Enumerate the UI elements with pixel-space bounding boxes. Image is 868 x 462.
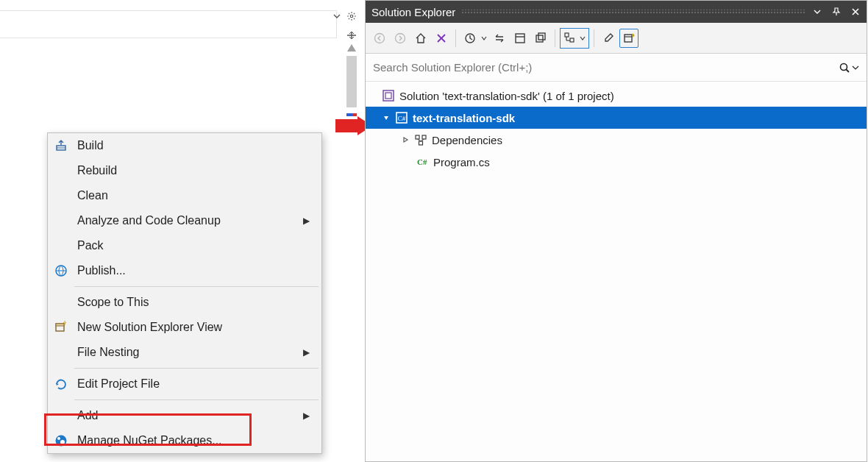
- submenu-arrow-icon: ▶: [303, 216, 310, 226]
- change-marker: [346, 113, 357, 116]
- menu-build[interactable]: Build: [48, 133, 321, 158]
- svg-point-24: [841, 63, 847, 70]
- home-button[interactable]: [411, 29, 430, 48]
- svg-point-12: [396, 33, 405, 43]
- menu-new-solution-explorer-view[interactable]: New Solution Explorer View: [48, 315, 321, 340]
- svg-rect-27: [385, 93, 391, 99]
- editor-dropdown-bar[interactable]: [0, 10, 337, 38]
- menu-add[interactable]: Add ▶: [48, 403, 321, 428]
- chevron-down-icon[interactable]: [578, 31, 587, 46]
- menu-clean[interactable]: Clean: [48, 183, 321, 208]
- svg-point-10: [60, 440, 65, 444]
- menu-label: Scope to This: [77, 296, 310, 309]
- properties-button[interactable]: [599, 29, 618, 48]
- menu-label: Build: [77, 139, 310, 152]
- svg-point-0: [350, 15, 353, 18]
- submenu-arrow-icon: ▶: [303, 411, 310, 421]
- pin-icon[interactable]: [831, 7, 842, 17]
- svg-rect-30: [416, 135, 419, 139]
- svg-rect-26: [383, 90, 394, 101]
- menu-label: Manage NuGet Packages...: [77, 434, 310, 447]
- menu-scope-to-this[interactable]: Scope to This: [48, 290, 321, 315]
- dependencies-icon: [414, 133, 427, 146]
- file-node-program-cs[interactable]: C# Program.cs: [366, 151, 867, 173]
- preview-selected-button[interactable]: [619, 29, 638, 48]
- solution-explorer-panel: Solution Explorer: [365, 0, 867, 462]
- show-all-files-button[interactable]: [562, 31, 578, 46]
- svg-text:C#: C#: [417, 157, 427, 166]
- menu-label: Rebuild: [77, 164, 310, 177]
- svg-rect-22: [625, 35, 632, 42]
- menu-rebuild[interactable]: Rebuild: [48, 158, 321, 183]
- menu-separator: [74, 286, 319, 287]
- svg-text:C#: C#: [398, 115, 406, 122]
- menu-label: Add: [77, 409, 303, 422]
- project-context-menu: Build Rebuild Clean Analyze and Code Cle…: [47, 132, 322, 454]
- menu-label: Pack: [77, 239, 310, 252]
- toolbar-separator: [455, 29, 456, 47]
- svg-rect-19: [570, 38, 574, 42]
- globe-icon: [54, 263, 68, 278]
- chevron-down-icon[interactable]: [480, 29, 488, 48]
- svg-rect-14: [516, 34, 524, 43]
- menu-label: Clean: [77, 189, 310, 202]
- menu-file-nesting[interactable]: File Nesting ▶: [48, 340, 321, 365]
- toolbar-separator: [594, 29, 594, 47]
- dependencies-node[interactable]: Dependencies: [366, 129, 867, 151]
- pending-changes-filter-button[interactable]: [460, 29, 480, 48]
- menu-analyze-cleanup[interactable]: Analyze and Code Cleanup ▶: [48, 208, 321, 233]
- chevron-down-icon[interactable]: [331, 10, 343, 22]
- nav-forward-button[interactable]: [391, 29, 410, 48]
- svg-rect-17: [538, 33, 545, 40]
- dropdown-icon[interactable]: [812, 7, 822, 17]
- editor-side-toolbar: [346, 29, 357, 116]
- solution-label: Solution 'text-translation-sdk' (1 of 1 …: [399, 90, 614, 102]
- expand-triangle-icon[interactable]: [401, 136, 410, 143]
- menu-publish[interactable]: Publish...: [48, 258, 321, 283]
- collapse-all-button[interactable]: [531, 29, 550, 48]
- search-input[interactable]: [373, 61, 839, 74]
- solution-explorer-titlebar[interactable]: Solution Explorer: [366, 1, 867, 23]
- menu-label: Publish...: [77, 264, 310, 277]
- scroll-up-icon[interactable]: [347, 44, 356, 51]
- collapse-triangle-icon[interactable]: [382, 114, 391, 121]
- menu-separator: [74, 399, 319, 400]
- chevron-down-icon[interactable]: [852, 64, 859, 71]
- panel-title: Solution Explorer: [371, 6, 455, 18]
- csharp-project-icon: C#: [395, 111, 408, 124]
- scrollbar-thumb[interactable]: [346, 56, 357, 107]
- project-node[interactable]: C# text-translation-sdk: [366, 107, 867, 129]
- switch-views-button[interactable]: [432, 29, 451, 48]
- solution-explorer-search[interactable]: [366, 54, 867, 82]
- solution-tree: Solution 'text-translation-sdk' (1 of 1 …: [366, 82, 867, 461]
- search-icon[interactable]: [839, 62, 850, 74]
- nuget-icon: [54, 433, 68, 448]
- nav-back-button[interactable]: [370, 29, 389, 48]
- solution-node[interactable]: Solution 'text-translation-sdk' (1 of 1 …: [366, 85, 867, 107]
- gear-icon[interactable]: [346, 10, 357, 22]
- menu-manage-nuget-packages[interactable]: Manage NuGet Packages...: [48, 428, 321, 453]
- edit-project-icon: [54, 377, 68, 391]
- solution-icon: [382, 89, 395, 102]
- svg-rect-18: [565, 33, 569, 37]
- menu-label: Analyze and Code Cleanup: [77, 214, 303, 227]
- svg-rect-7: [56, 324, 64, 326]
- menu-separator: [74, 368, 319, 369]
- toolbar-separator: [555, 29, 555, 47]
- svg-rect-32: [419, 141, 423, 145]
- refresh-button[interactable]: [511, 29, 530, 48]
- editor-corner-toolbar: [331, 10, 357, 22]
- dependencies-label: Dependencies: [432, 134, 502, 146]
- build-icon: [54, 138, 68, 153]
- sync-active-document-button[interactable]: [490, 29, 509, 48]
- menu-label: File Nesting: [77, 346, 303, 359]
- project-name: text-translation-sdk: [413, 112, 515, 124]
- split-window-icon[interactable]: [346, 29, 357, 41]
- close-icon[interactable]: [850, 7, 861, 17]
- menu-pack[interactable]: Pack: [48, 233, 321, 258]
- menu-edit-project-file[interactable]: Edit Project File: [48, 372, 321, 397]
- csharp-file-icon: C#: [416, 155, 429, 168]
- svg-rect-31: [422, 135, 426, 139]
- solution-explorer-toolbar: [366, 23, 867, 54]
- titlebar-grip[interactable]: [461, 10, 806, 14]
